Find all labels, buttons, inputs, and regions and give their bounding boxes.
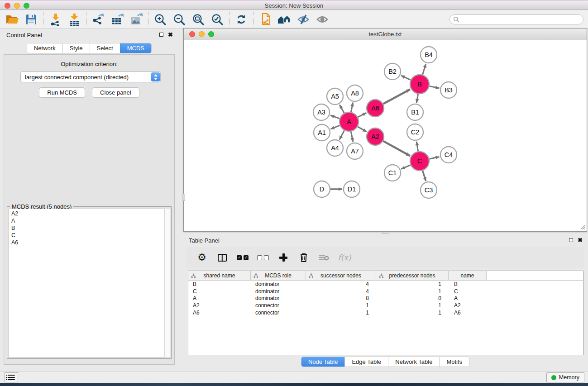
tab-motifs[interactable]: Motifs — [439, 357, 469, 367]
import-table-icon[interactable] — [65, 11, 84, 28]
search-field[interactable] — [449, 14, 583, 24]
hide-selected-icon[interactable] — [294, 11, 313, 28]
close-table-panel-icon[interactable]: ✖ — [578, 238, 583, 242]
table-cell[interactable]: connector — [251, 302, 306, 309]
column-header-name[interactable]: name — [449, 271, 487, 280]
close-panel-icon[interactable]: ✖ — [168, 33, 173, 37]
search-input[interactable] — [459, 15, 583, 24]
show-all-icon[interactable] — [313, 11, 332, 28]
result-list-item[interactable]: C — [9, 232, 164, 239]
table-cell[interactable]: A6 — [449, 310, 487, 316]
tab-node-table[interactable]: Node Table — [301, 357, 345, 367]
table-cell[interactable]: A6 — [188, 310, 251, 316]
table-cell[interactable]: B — [188, 281, 251, 287]
table-row[interactable]: A6connector11A6 — [188, 309, 583, 316]
open-session-icon[interactable] — [3, 11, 22, 28]
zoom-fit-icon[interactable] — [189, 11, 208, 28]
result-list-item[interactable]: A2 — [9, 210, 164, 217]
close-panel-button[interactable]: Close panel — [92, 87, 139, 98]
run-mcds-button[interactable]: Run MCDS — [39, 87, 85, 98]
delete-table-icon[interactable] — [317, 251, 331, 264]
table-cell[interactable]: A — [449, 295, 487, 301]
import-network-icon[interactable] — [46, 11, 65, 28]
edge-A-A5[interactable] — [339, 105, 344, 113]
table-cell[interactable]: A2 — [188, 302, 251, 309]
task-history-button[interactable] — [5, 372, 18, 382]
table-cell[interactable]: dominator — [251, 295, 306, 301]
table-cell[interactable]: 1 — [306, 310, 376, 316]
table-cell[interactable]: 1 — [376, 310, 449, 316]
column-header-MCDS-role[interactable]: MCDS role — [251, 271, 306, 280]
edge-A-A8[interactable] — [351, 103, 353, 112]
export-network-icon[interactable] — [89, 11, 108, 28]
table-settings-icon[interactable]: ⚙ — [195, 251, 209, 264]
table-cell[interactable]: C — [449, 288, 487, 295]
zoom-selected-icon[interactable] — [208, 11, 227, 28]
edge-C-C4[interactable] — [429, 157, 439, 159]
table-cell[interactable]: 1 — [376, 288, 449, 295]
save-session-icon[interactable] — [22, 11, 41, 28]
table-cell[interactable]: 4 — [306, 281, 376, 287]
splitter-grip-vertical[interactable] — [182, 194, 185, 201]
new-network-from-selection-icon[interactable] — [256, 11, 275, 28]
table-cell[interactable]: dominator — [251, 281, 306, 287]
column-header-successor-nodes[interactable]: successor nodes — [306, 271, 376, 280]
table-cell[interactable]: 4 — [306, 288, 376, 295]
zoom-in-icon[interactable] — [151, 11, 170, 28]
table-cell[interactable]: 1 — [376, 302, 449, 309]
table-cell[interactable]: C — [188, 288, 251, 295]
tab-network[interactable]: Network — [27, 43, 62, 53]
edge-A-A6[interactable] — [358, 113, 367, 117]
edge-B-B2[interactable] — [401, 76, 411, 80]
edge-B-B3[interactable] — [430, 86, 440, 88]
tab-mcds[interactable]: MCDS — [120, 43, 151, 53]
table-cell[interactable]: 8 — [306, 295, 376, 301]
tab-network-table[interactable]: Network Table — [388, 357, 439, 367]
resize-grip-icon[interactable] — [579, 224, 585, 230]
table-cell[interactable]: dominator — [251, 288, 306, 295]
result-list-item[interactable]: B — [9, 224, 164, 232]
edge-A-A4[interactable] — [339, 130, 344, 139]
float-table-panel-icon[interactable] — [569, 238, 573, 242]
edge-A2-C[interactable] — [383, 141, 410, 156]
network-canvas[interactable]: B4B2BB3A5A8A6B1A3AA1C2A2A4A7CC4C1C3DD1 — [184, 40, 586, 231]
memory-button[interactable]: Memory — [546, 372, 584, 382]
edge-A-A2[interactable] — [358, 127, 367, 132]
refresh-icon[interactable] — [232, 11, 251, 28]
table-row[interactable]: Cdominator41C — [188, 288, 583, 295]
deselect-all-rows-icon[interactable] — [256, 251, 270, 264]
edge-A-A7[interactable] — [351, 132, 353, 142]
result-list-item[interactable]: A6 — [9, 239, 164, 246]
tab-select[interactable]: Select — [90, 43, 120, 53]
edge-C-C3[interactable] — [423, 171, 426, 181]
table-row[interactable]: Bdominator41B — [188, 281, 583, 288]
splitter-grip-horizontal[interactable] — [382, 232, 389, 234]
export-table-icon[interactable] — [108, 11, 127, 28]
table-cell[interactable]: connector — [251, 310, 306, 316]
column-header-shared-name[interactable]: shared name — [188, 271, 251, 280]
edge-B-B4[interactable] — [422, 64, 425, 75]
edge-B-B1[interactable] — [416, 94, 418, 103]
first-neighbors-icon[interactable] — [275, 11, 294, 28]
table-cell[interactable]: A2 — [449, 302, 487, 309]
node-table[interactable]: shared nameMCDS rolesuccessor nodesprede… — [188, 271, 583, 355]
table-row[interactable]: Adominator80A — [188, 295, 583, 302]
table-cell[interactable]: 0 — [376, 295, 449, 301]
criterion-dropdown[interactable]: largest connected component (directed) — [20, 71, 161, 82]
add-column-icon[interactable] — [277, 251, 290, 264]
show-columns-icon[interactable] — [215, 251, 229, 264]
edge-A-A3[interactable] — [330, 115, 339, 119]
tab-edge-table[interactable]: Edge Table — [344, 357, 388, 367]
edge-A-A1[interactable] — [330, 125, 339, 129]
edge-C-C2[interactable] — [416, 142, 418, 152]
column-header-predecessor-nodes[interactable]: predecessor nodes — [376, 271, 449, 280]
edge-C-C1[interactable] — [401, 165, 411, 169]
result-list-item[interactable]: A — [9, 217, 164, 224]
zoom-out-icon[interactable] — [170, 11, 189, 28]
table-cell[interactable]: A — [188, 295, 251, 301]
export-image-icon[interactable] — [127, 11, 146, 28]
table-cell[interactable]: 1 — [306, 302, 376, 309]
float-panel-icon[interactable] — [159, 33, 163, 37]
edge-A6-B[interactable] — [383, 89, 410, 104]
table-cell[interactable]: B — [449, 281, 487, 287]
